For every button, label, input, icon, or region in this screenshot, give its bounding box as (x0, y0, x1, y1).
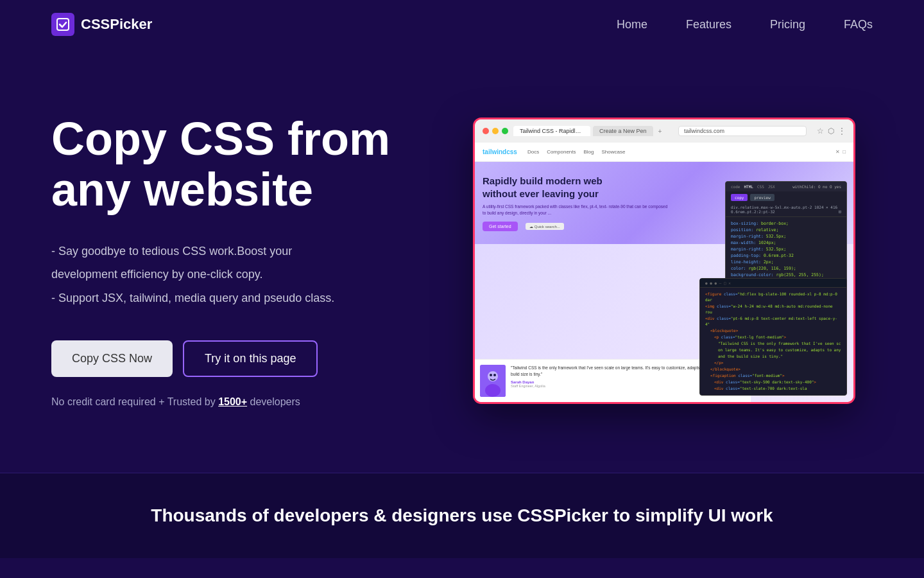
tailwind-nav-ext: □ (843, 149, 846, 155)
code-line-10: </blockquote> (710, 366, 841, 372)
hero-section: Copy CSS from any website - Say goodbye … (0, 49, 924, 473)
browser-content: tailwindcss Docs Components Blog Showcas… (475, 143, 853, 402)
try-it-button[interactable]: Try it on this page (183, 340, 318, 377)
css-line-6: padding-top: 0.6rem.pt-32 (731, 253, 841, 258)
svg-point-5 (493, 374, 496, 376)
code-line-2: <img class="w-24 h-24 md:w-48 md:h-auto … (705, 303, 841, 315)
tailwind-nav-components: Components (547, 149, 576, 155)
copy-icon: ⊡ (839, 209, 841, 215)
code-line-13: <div class="text-slate-700 dark:text-sla (714, 385, 841, 391)
nav-home[interactable]: Home (617, 18, 647, 31)
browser-tab-codepen[interactable]: Create a New Pen (593, 126, 653, 136)
browser-address[interactable]: tailwindcss.com (678, 126, 807, 136)
tailwind-nav-blog: Blog (584, 149, 594, 155)
devtools-tab-css: CSS (757, 184, 764, 189)
withchild-label: withChild: O no O yes (792, 184, 841, 189)
devtools-tab-code: code (731, 184, 740, 189)
tailwind-get-started: Get started (483, 222, 518, 231)
code-line-3: <div class="pt-6 md:p-8 text-center md:t… (705, 315, 841, 327)
code-line-12: <div class="text-sky-500 dark:text-sky-4… (714, 379, 841, 385)
devtools-tab-jsx: JSX (768, 184, 775, 189)
code-line-5: <p class="text-lg font-medium"> (714, 334, 841, 340)
avatar-image (480, 365, 506, 397)
devtools-copy-row: copy preview (726, 191, 846, 204)
css-line-5: margin-right: 532.5px; (731, 247, 841, 252)
css-line-1: box-sizing: border-box; (731, 221, 841, 226)
devtools-actions: withChild: O no O yes (792, 184, 841, 189)
avatar-svg (480, 365, 506, 397)
nav-pricing[interactable]: Pricing (770, 18, 805, 31)
tailwind-site-nav: tailwindcss Docs Components Blog Showcas… (475, 143, 853, 162)
navbar: CSSPicker Home Features Pricing FAQs (0, 0, 924, 49)
css-line-7: line-height: 2px; (731, 259, 841, 265)
tailwind-nav-close: ✕ (835, 149, 840, 155)
devtools-tab-html: HTML (744, 184, 753, 189)
code-line-9: </p> (714, 360, 841, 365)
svg-point-4 (490, 374, 492, 376)
browser-mockup: Tailwind CSS - Rapidly build ... Create … (475, 119, 853, 402)
nav-links: Home Features Pricing FAQs (617, 18, 873, 31)
code-panel-resize: — □ ✕ (719, 281, 731, 285)
menu-icon: ⋮ (838, 127, 846, 136)
css-line-3: margin-right: 532.5px; (731, 234, 841, 239)
tailwind-hero-title: Rapidly build modern webwithout ever lea… (483, 175, 671, 200)
code-panel-2: ● ● ● — □ ✕ <figure class="hd:flex bg-sl… (699, 278, 847, 396)
hero-right: Tailwind CSS - Rapidly build ... Create … (475, 119, 873, 402)
hero-description: - Say goodbye to tedious CSS work.Boost … (51, 241, 436, 308)
browser-dots (483, 128, 508, 134)
logo-icon (51, 13, 74, 36)
browser-tabs: Tailwind CSS - Rapidly build ... Create … (513, 126, 673, 136)
hero-buttons: Copy CSS Now Try it on this page (51, 340, 436, 377)
tailwind-search: ☁ Quick search... (526, 223, 564, 230)
svg-point-3 (485, 384, 501, 397)
browser-bar: Tailwind CSS - Rapidly build ... Create … (475, 119, 853, 143)
dot-red (483, 128, 489, 134)
css-line-4: max-width: 1024px; (731, 240, 841, 245)
devtools-css-header: code HTML CSS JSX withChild: O no O yes (726, 182, 846, 191)
code-line-4: <blockquote> (710, 328, 841, 333)
tailwind-hero-sub: A utility-first CSS framework packed wit… (483, 204, 671, 216)
code-content: <figure class="hd:flex bg-slate-100 roun… (700, 288, 846, 395)
hero-trust: No credit card required + Trusted by 150… (51, 396, 436, 408)
devtools-css-tabs: code HTML CSS JSX (731, 184, 775, 189)
code-panel-close: ● ● ● (705, 281, 717, 285)
code-line-8: and the build size is tiny." (718, 353, 841, 359)
browser-tab-tailwind[interactable]: Tailwind CSS - Rapidly build ... (513, 126, 590, 136)
hero-left: Copy CSS from any website - Say goodbye … (51, 114, 436, 408)
brand-name: CSSPicker (81, 16, 152, 33)
svg-rect-0 (57, 19, 69, 30)
hero-title: Copy CSS from any website (51, 114, 436, 215)
tailwind-logo: tailwindcss (483, 148, 517, 155)
code-line-1: <figure class="hd:flex bg-slate-100 roun… (705, 291, 841, 302)
extensions-icon: ⬡ (828, 127, 834, 136)
code-panel-2-header: ● ● ● — □ ✕ (700, 279, 846, 288)
nav-faqs[interactable]: FAQs (844, 18, 873, 31)
dot-yellow (492, 128, 499, 134)
nav-features[interactable]: Features (686, 18, 732, 31)
code-line-7: on large teams. It's easy to customize, … (718, 347, 841, 353)
trust-link[interactable]: 1500+ (218, 396, 247, 407)
logo-area[interactable]: CSSPicker (51, 13, 152, 36)
devtools-output-text: div.relative.max-w-5xl.mx-auto.pt-2 1024… (726, 204, 846, 217)
code-line-11: <figcaption class="font-medium"> (710, 372, 841, 378)
css-line-8: color: rgb(220, 116, 159); (731, 266, 841, 271)
code-line-6: "Tailwind CSS is the only framework that… (718, 340, 841, 346)
dot-green (502, 128, 508, 134)
copy-button[interactable]: copy (731, 194, 748, 201)
css-line-9: background-color: rgb(255, 255, 255); (731, 272, 841, 277)
css-properties: box-sizing: border-box; position: relati… (726, 217, 846, 283)
tailwind-nav-showcase: Showcase (602, 149, 626, 155)
bottom-section: Thousands of developers & designers use … (0, 473, 924, 558)
css-line-2: position: relative; (731, 227, 841, 232)
tailwind-nav-items: Docs Components Blog Showcase (527, 149, 626, 155)
preview-button[interactable]: preview (750, 194, 774, 201)
copy-css-now-button[interactable]: Copy CSS Now (51, 340, 173, 377)
devtools-css-panel: code HTML CSS JSX withChild: O no O yes … (725, 181, 847, 283)
star-icon: ☆ (817, 127, 824, 136)
tailwind-nav-docs: Docs (527, 149, 539, 155)
bottom-title: Thousands of developers & designers use … (51, 505, 873, 526)
